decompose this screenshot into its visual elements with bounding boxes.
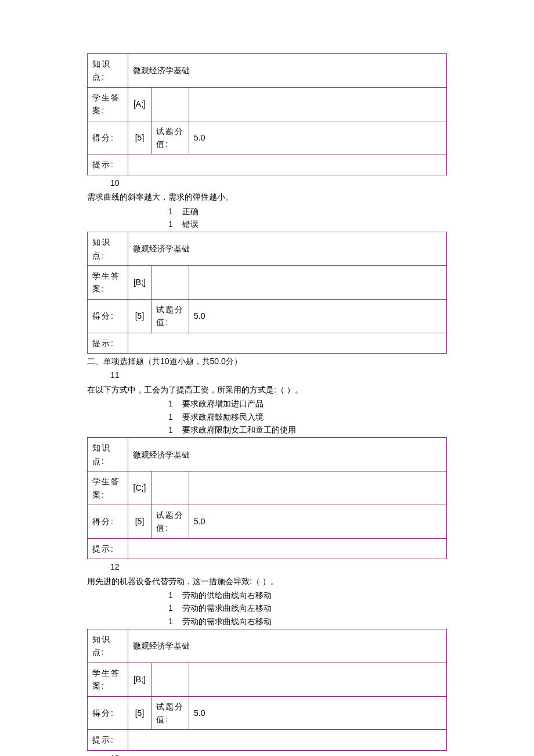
ans-label: 学生答案:	[88, 663, 128, 696]
kp-label: 知识点:	[88, 54, 128, 88]
kp-label: 知识点:	[88, 232, 128, 266]
kp-label: 知识点:	[88, 629, 128, 663]
hint-label: 提示:	[88, 538, 128, 559]
ans-label: 学生答案:	[88, 471, 128, 505]
itemscore-label: 试题分值:	[151, 696, 189, 730]
option-item: 错误	[168, 218, 447, 231]
question-number: 11	[110, 369, 447, 381]
answer-table: 知识点: 微观经济学基础 学生答案: [C;] 得分: [5] 试题分值: 5.…	[87, 437, 447, 559]
option-item: 正确	[168, 205, 447, 218]
kp-value: 微观经济学基础	[128, 54, 447, 88]
option-list: 劳动的供给曲线向右移动 劳动的需求曲线向左移动 劳动的需求曲线向右移动	[87, 589, 447, 628]
score-value: [5]	[128, 121, 151, 154]
itemscore-value: 5.0	[189, 299, 447, 333]
option-item: 劳动的供给曲线向右移动	[168, 589, 447, 602]
option-item: 劳动的需求曲线向右移动	[168, 615, 447, 628]
ans-value: [A;]	[128, 87, 151, 121]
ans-value: [C;]	[128, 471, 151, 505]
answer-table: 知识点: 微观经济学基础 学生答案: [A;] 得分: [5] 试题分值: 5.…	[87, 53, 447, 175]
score-value: [5]	[128, 696, 151, 730]
itemscore-label: 试题分值:	[151, 121, 189, 154]
hint-label: 提示:	[88, 333, 128, 353]
score-value: [5]	[128, 505, 151, 538]
question-number: 10	[110, 177, 447, 189]
itemscore-label: 试题分值:	[151, 505, 189, 538]
score-label: 得分:	[88, 505, 128, 538]
ans-value: [B;]	[128, 266, 151, 300]
hint-label: 提示:	[88, 730, 128, 750]
question-text: 需求曲线的斜率越大，需求的弹性越小。	[87, 190, 447, 203]
option-list: 要求政府增加进口产品 要求政府鼓励移民入境 要求政府限制女工和童工的使用	[87, 397, 447, 436]
ans-value: [B;]	[128, 663, 151, 696]
itemscore-label: 试题分值:	[151, 299, 189, 333]
score-label: 得分:	[88, 299, 128, 333]
option-item: 要求政府鼓励移民入境	[168, 411, 447, 423]
option-item: 要求政府增加进口产品	[168, 397, 447, 410]
score-label: 得分:	[88, 121, 128, 154]
hint-label: 提示:	[88, 154, 128, 175]
itemscore-value: 5.0	[189, 696, 447, 730]
kp-value: 微观经济学基础	[128, 629, 447, 663]
section-header: 二、单项选择题（共10道小题，共50.0分）	[87, 355, 447, 368]
question-number: 13	[110, 752, 447, 756]
answer-table: 知识点: 微观经济学基础 学生答案: [B;] 得分: [5] 试题分值: 5.…	[87, 232, 447, 354]
ans-label: 学生答案:	[88, 266, 128, 300]
score-label: 得分:	[88, 696, 128, 730]
option-item: 劳动的需求曲线向左移动	[168, 602, 447, 614]
option-item: 要求政府限制女工和童工的使用	[168, 423, 447, 436]
kp-value: 微观经济学基础	[128, 232, 447, 266]
option-list: 正确 错误	[87, 205, 447, 231]
kp-label: 知识点:	[88, 438, 128, 471]
question-text: 在以下方式中，工会为了提高工资，所采用的方式是:（ ）。	[87, 383, 447, 396]
itemscore-value: 5.0	[189, 121, 447, 154]
question-text: 用先进的机器设备代替劳动，这一措施会导致:（ ）。	[87, 575, 447, 588]
score-value: [5]	[128, 299, 151, 333]
kp-value: 微观经济学基础	[128, 438, 447, 471]
question-number: 12	[110, 560, 447, 573]
ans-label: 学生答案:	[88, 87, 128, 121]
itemscore-value: 5.0	[189, 505, 447, 538]
answer-table: 知识点: 微观经济学基础 学生答案: [B;] 得分: [5] 试题分值: 5.…	[87, 629, 447, 751]
